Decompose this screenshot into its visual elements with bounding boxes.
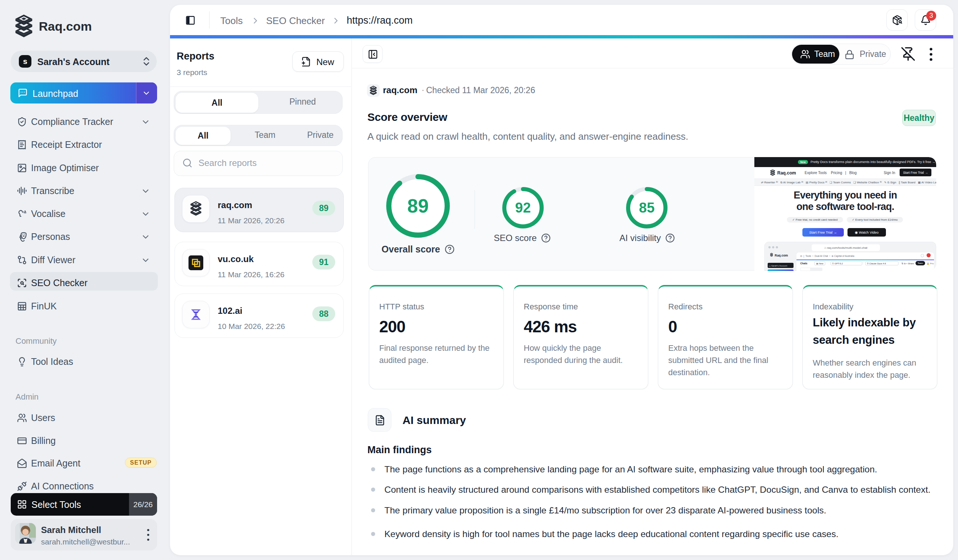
svg-text:92: 92 (515, 200, 531, 216)
svg-text:85: 85 (639, 200, 655, 216)
svg-text:89: 89 (407, 195, 429, 217)
